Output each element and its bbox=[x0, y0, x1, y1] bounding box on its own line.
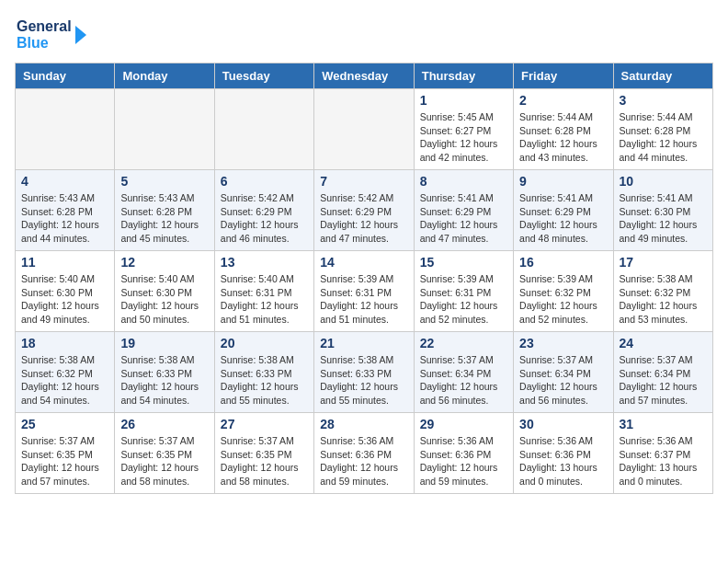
calendar-cell: 1Sunrise: 5:45 AM Sunset: 6:27 PM Daylig… bbox=[414, 89, 513, 170]
calendar-cell: 18Sunrise: 5:38 AM Sunset: 6:32 PM Dayli… bbox=[16, 332, 115, 413]
calendar-cell: 12Sunrise: 5:40 AM Sunset: 6:30 PM Dayli… bbox=[115, 251, 214, 332]
weekday-header-saturday: Saturday bbox=[613, 63, 712, 89]
day-info: Sunrise: 5:44 AM Sunset: 6:28 PM Dayligh… bbox=[620, 110, 707, 165]
day-number: 1 bbox=[420, 93, 507, 108]
day-number: 22 bbox=[420, 336, 507, 350]
calendar-cell bbox=[115, 89, 214, 170]
day-info: Sunrise: 5:37 AM Sunset: 6:34 PM Dayligh… bbox=[620, 353, 707, 408]
logo: GeneralBlue bbox=[15, 15, 88, 52]
calendar-cell: 17Sunrise: 5:38 AM Sunset: 6:32 PM Dayli… bbox=[613, 251, 712, 332]
day-info: Sunrise: 5:40 AM Sunset: 6:31 PM Dayligh… bbox=[221, 272, 308, 327]
day-number: 16 bbox=[519, 255, 607, 270]
day-info: Sunrise: 5:42 AM Sunset: 6:29 PM Dayligh… bbox=[320, 191, 407, 246]
day-info: Sunrise: 5:37 AM Sunset: 6:35 PM Dayligh… bbox=[21, 434, 108, 488]
svg-text:Blue: Blue bbox=[17, 35, 49, 51]
calendar-cell: 28Sunrise: 5:36 AM Sunset: 6:36 PM Dayli… bbox=[314, 413, 414, 494]
calendar-cell: 16Sunrise: 5:39 AM Sunset: 6:32 PM Dayli… bbox=[514, 251, 613, 332]
calendar-cell: 9Sunrise: 5:41 AM Sunset: 6:29 PM Daylig… bbox=[514, 170, 613, 251]
svg-text:General: General bbox=[17, 18, 72, 34]
day-number: 20 bbox=[221, 336, 308, 350]
day-number: 2 bbox=[519, 93, 607, 108]
calendar-cell: 19Sunrise: 5:38 AM Sunset: 6:33 PM Dayli… bbox=[115, 332, 214, 413]
calendar-cell: 13Sunrise: 5:40 AM Sunset: 6:31 PM Dayli… bbox=[214, 251, 313, 332]
day-info: Sunrise: 5:40 AM Sunset: 6:30 PM Dayligh… bbox=[120, 272, 208, 327]
day-info: Sunrise: 5:39 AM Sunset: 6:31 PM Dayligh… bbox=[420, 272, 507, 327]
svg-marker-2 bbox=[75, 26, 86, 44]
day-info: Sunrise: 5:45 AM Sunset: 6:27 PM Dayligh… bbox=[420, 110, 507, 165]
day-info: Sunrise: 5:38 AM Sunset: 6:33 PM Dayligh… bbox=[320, 353, 407, 408]
day-info: Sunrise: 5:41 AM Sunset: 6:29 PM Dayligh… bbox=[519, 191, 607, 246]
day-number: 21 bbox=[320, 336, 407, 350]
day-info: Sunrise: 5:39 AM Sunset: 6:32 PM Dayligh… bbox=[519, 272, 607, 327]
calendar-cell bbox=[16, 89, 115, 170]
calendar-cell: 14Sunrise: 5:39 AM Sunset: 6:31 PM Dayli… bbox=[314, 251, 414, 332]
day-info: Sunrise: 5:36 AM Sunset: 6:37 PM Dayligh… bbox=[620, 434, 707, 488]
calendar-cell: 11Sunrise: 5:40 AM Sunset: 6:30 PM Dayli… bbox=[16, 251, 115, 332]
weekday-header-row: SundayMondayTuesdayWednesdayThursdayFrid… bbox=[16, 63, 713, 89]
day-number: 23 bbox=[519, 336, 607, 350]
day-info: Sunrise: 5:43 AM Sunset: 6:28 PM Dayligh… bbox=[21, 191, 108, 246]
calendar-cell: 21Sunrise: 5:38 AM Sunset: 6:33 PM Dayli… bbox=[314, 332, 414, 413]
calendar-cell: 6Sunrise: 5:42 AM Sunset: 6:29 PM Daylig… bbox=[214, 170, 313, 251]
day-info: Sunrise: 5:42 AM Sunset: 6:29 PM Dayligh… bbox=[221, 191, 308, 246]
day-number: 13 bbox=[221, 255, 308, 270]
day-number: 7 bbox=[320, 174, 407, 189]
weekday-header-wednesday: Wednesday bbox=[314, 63, 414, 89]
day-number: 30 bbox=[519, 417, 607, 431]
calendar-cell: 30Sunrise: 5:36 AM Sunset: 6:36 PM Dayli… bbox=[514, 413, 613, 494]
logo-icon: GeneralBlue bbox=[15, 15, 88, 52]
calendar-week-row: 4Sunrise: 5:43 AM Sunset: 6:28 PM Daylig… bbox=[16, 170, 713, 251]
day-info: Sunrise: 5:39 AM Sunset: 6:31 PM Dayligh… bbox=[320, 272, 407, 327]
day-number: 27 bbox=[221, 417, 308, 431]
calendar-cell: 25Sunrise: 5:37 AM Sunset: 6:35 PM Dayli… bbox=[16, 413, 115, 494]
day-number: 10 bbox=[620, 174, 707, 189]
day-number: 9 bbox=[519, 174, 607, 189]
weekday-header-monday: Monday bbox=[115, 63, 214, 89]
calendar-cell: 29Sunrise: 5:36 AM Sunset: 6:36 PM Dayli… bbox=[414, 413, 513, 494]
day-info: Sunrise: 5:36 AM Sunset: 6:36 PM Dayligh… bbox=[320, 434, 407, 488]
day-number: 6 bbox=[221, 174, 308, 189]
day-number: 24 bbox=[620, 336, 707, 350]
day-number: 4 bbox=[21, 174, 108, 189]
day-info: Sunrise: 5:37 AM Sunset: 6:35 PM Dayligh… bbox=[120, 434, 208, 488]
calendar-cell: 31Sunrise: 5:36 AM Sunset: 6:37 PM Dayli… bbox=[613, 413, 712, 494]
calendar-cell: 10Sunrise: 5:41 AM Sunset: 6:30 PM Dayli… bbox=[613, 170, 712, 251]
calendar-cell bbox=[314, 89, 414, 170]
day-number: 3 bbox=[620, 93, 707, 108]
weekday-header-thursday: Thursday bbox=[414, 63, 513, 89]
day-number: 25 bbox=[21, 417, 108, 431]
calendar-week-row: 18Sunrise: 5:38 AM Sunset: 6:32 PM Dayli… bbox=[16, 332, 713, 413]
calendar-cell: 20Sunrise: 5:38 AM Sunset: 6:33 PM Dayli… bbox=[214, 332, 313, 413]
day-number: 8 bbox=[420, 174, 507, 189]
day-info: Sunrise: 5:37 AM Sunset: 6:35 PM Dayligh… bbox=[221, 434, 308, 488]
calendar-week-row: 25Sunrise: 5:37 AM Sunset: 6:35 PM Dayli… bbox=[16, 413, 713, 494]
weekday-header-sunday: Sunday bbox=[16, 63, 115, 89]
calendar-cell: 4Sunrise: 5:43 AM Sunset: 6:28 PM Daylig… bbox=[16, 170, 115, 251]
day-number: 12 bbox=[120, 255, 208, 270]
calendar-cell: 15Sunrise: 5:39 AM Sunset: 6:31 PM Dayli… bbox=[414, 251, 513, 332]
calendar-cell: 27Sunrise: 5:37 AM Sunset: 6:35 PM Dayli… bbox=[214, 413, 313, 494]
day-info: Sunrise: 5:43 AM Sunset: 6:28 PM Dayligh… bbox=[120, 191, 208, 246]
calendar-cell: 22Sunrise: 5:37 AM Sunset: 6:34 PM Dayli… bbox=[414, 332, 513, 413]
calendar-table: SundayMondayTuesdayWednesdayThursdayFrid… bbox=[15, 63, 713, 494]
day-number: 29 bbox=[420, 417, 507, 431]
calendar-cell bbox=[214, 89, 313, 170]
day-info: Sunrise: 5:38 AM Sunset: 6:32 PM Dayligh… bbox=[21, 353, 108, 408]
calendar-cell: 5Sunrise: 5:43 AM Sunset: 6:28 PM Daylig… bbox=[115, 170, 214, 251]
weekday-header-tuesday: Tuesday bbox=[214, 63, 313, 89]
day-number: 14 bbox=[320, 255, 407, 270]
calendar-week-row: 1Sunrise: 5:45 AM Sunset: 6:27 PM Daylig… bbox=[16, 89, 713, 170]
day-info: Sunrise: 5:38 AM Sunset: 6:33 PM Dayligh… bbox=[221, 353, 308, 408]
day-info: Sunrise: 5:40 AM Sunset: 6:30 PM Dayligh… bbox=[21, 272, 108, 327]
day-number: 5 bbox=[120, 174, 208, 189]
day-number: 31 bbox=[620, 417, 707, 431]
weekday-header-friday: Friday bbox=[514, 63, 613, 89]
day-info: Sunrise: 5:36 AM Sunset: 6:36 PM Dayligh… bbox=[519, 434, 607, 488]
day-info: Sunrise: 5:38 AM Sunset: 6:32 PM Dayligh… bbox=[620, 272, 707, 327]
day-info: Sunrise: 5:44 AM Sunset: 6:28 PM Dayligh… bbox=[519, 110, 607, 165]
day-info: Sunrise: 5:38 AM Sunset: 6:33 PM Dayligh… bbox=[120, 353, 208, 408]
day-number: 28 bbox=[320, 417, 407, 431]
calendar-cell: 24Sunrise: 5:37 AM Sunset: 6:34 PM Dayli… bbox=[613, 332, 712, 413]
day-number: 11 bbox=[21, 255, 108, 270]
day-number: 15 bbox=[420, 255, 507, 270]
